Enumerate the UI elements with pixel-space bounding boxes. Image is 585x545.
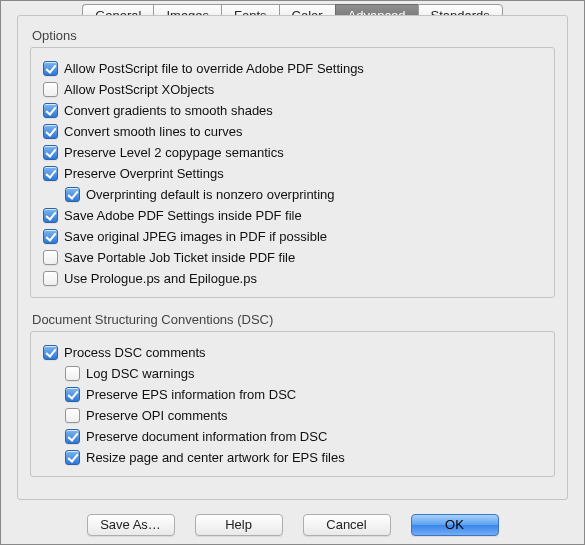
lbl-process-dsc: Process DSC comments: [64, 345, 206, 360]
lbl-allow-ps-xobjects: Allow PostScript XObjects: [64, 82, 214, 97]
cb-preserve-opi-comments[interactable]: [65, 408, 80, 423]
ok-button[interactable]: OK: [411, 514, 499, 536]
cancel-button[interactable]: Cancel: [303, 514, 391, 536]
lbl-preserve-opi-comments: Preserve OPI comments: [86, 408, 228, 423]
cb-convert-gradients[interactable]: [43, 103, 58, 118]
cb-save-pdf-settings[interactable]: [43, 208, 58, 223]
lbl-save-pdf-settings: Save Adobe PDF Settings inside PDF file: [64, 208, 302, 223]
cb-preserve-overprint[interactable]: [43, 166, 58, 181]
lbl-resize-page-center: Resize page and center artwork for EPS f…: [86, 450, 345, 465]
lbl-preserve-overprint: Preserve Overprint Settings: [64, 166, 224, 181]
cb-preserve-level2[interactable]: [43, 145, 58, 160]
cb-log-dsc-warnings[interactable]: [65, 366, 80, 381]
dsc-group: Process DSC comments Log DSC warnings Pr…: [30, 331, 555, 477]
cb-convert-smooth-lines[interactable]: [43, 124, 58, 139]
footer-buttons: Save As… Help Cancel OK: [1, 514, 584, 536]
cb-save-portable-job-ticket[interactable]: [43, 250, 58, 265]
cb-resize-page-center[interactable]: [65, 450, 80, 465]
lbl-save-portable-job-ticket: Save Portable Job Ticket inside PDF file: [64, 250, 295, 265]
dsc-title: Document Structuring Conventions (DSC): [32, 312, 555, 327]
cb-save-original-jpeg[interactable]: [43, 229, 58, 244]
lbl-use-prologue-epilogue: Use Prologue.ps and Epilogue.ps: [64, 271, 257, 286]
lbl-allow-ps-override: Allow PostScript file to override Adobe …: [64, 61, 364, 76]
save-as-button[interactable]: Save As…: [87, 514, 175, 536]
cb-use-prologue-epilogue[interactable]: [43, 271, 58, 286]
lbl-overprint-default: Overprinting default is nonzero overprin…: [86, 187, 335, 202]
cb-allow-ps-xobjects[interactable]: [43, 82, 58, 97]
lbl-preserve-level2: Preserve Level 2 copypage semantics: [64, 145, 284, 160]
cb-preserve-doc-info[interactable]: [65, 429, 80, 444]
lbl-preserve-eps-info: Preserve EPS information from DSC: [86, 387, 296, 402]
lbl-log-dsc-warnings: Log DSC warnings: [86, 366, 194, 381]
options-title: Options: [32, 28, 555, 43]
options-group: Allow PostScript file to override Adobe …: [30, 47, 555, 298]
settings-window: General Images Fonts Color Advanced Stan…: [0, 0, 585, 545]
cb-preserve-eps-info[interactable]: [65, 387, 80, 402]
lbl-convert-smooth-lines: Convert smooth lines to curves: [64, 124, 242, 139]
advanced-pane: Options Allow PostScript file to overrid…: [17, 15, 568, 500]
lbl-save-original-jpeg: Save original JPEG images in PDF if poss…: [64, 229, 327, 244]
lbl-convert-gradients: Convert gradients to smooth shades: [64, 103, 273, 118]
lbl-preserve-doc-info: Preserve document information from DSC: [86, 429, 327, 444]
cb-allow-ps-override[interactable]: [43, 61, 58, 76]
help-button[interactable]: Help: [195, 514, 283, 536]
cb-process-dsc[interactable]: [43, 345, 58, 360]
cb-overprint-default[interactable]: [65, 187, 80, 202]
